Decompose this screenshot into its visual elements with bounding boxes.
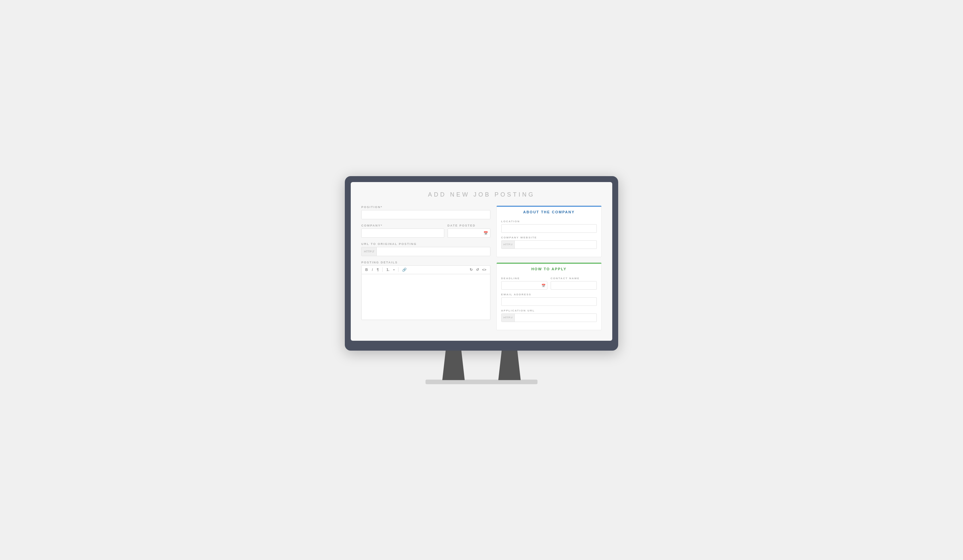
undo-button[interactable]: ↺ bbox=[475, 267, 480, 272]
editor-body[interactable] bbox=[361, 274, 490, 320]
monitor: ADD NEW JOB POSTING POSITION* COMPANY* bbox=[345, 176, 618, 351]
contact-name-input[interactable] bbox=[551, 281, 597, 290]
contact-name-field: CONTACT NAME bbox=[551, 277, 597, 290]
how-to-apply-title: HOW TO APPLY bbox=[501, 267, 597, 271]
url-label: URL TO ORIGINAL POSTING bbox=[361, 242, 490, 246]
email-label: EMAIL ADDRESS bbox=[501, 293, 597, 296]
ol-button[interactable]: 1. bbox=[385, 267, 390, 272]
url-field-group: URL TO ORIGINAL POSTING HTTP:// bbox=[361, 242, 490, 256]
form-layout: POSITION* COMPANY* DATE POSTED bbox=[361, 206, 602, 330]
toolbar-separator-2 bbox=[398, 267, 399, 272]
deadline-input[interactable] bbox=[501, 281, 547, 290]
company-website-input[interactable] bbox=[515, 241, 597, 249]
about-company-title: ABOUT THE COMPANY bbox=[501, 210, 597, 214]
company-date-row: COMPANY* DATE POSTED 📅 bbox=[361, 224, 490, 242]
url-wrap: HTTP:// bbox=[361, 247, 490, 256]
how-to-apply-header: HOW TO APPLY bbox=[497, 263, 601, 274]
ul-button[interactable]: • bbox=[392, 267, 396, 272]
deadline-field: DEADLINE 📅 bbox=[501, 277, 547, 290]
url-input[interactable] bbox=[377, 247, 490, 256]
date-posted-label: DATE POSTED bbox=[447, 224, 490, 227]
monitor-base bbox=[425, 380, 538, 384]
email-input[interactable] bbox=[501, 297, 597, 306]
company-field-group: COMPANY* bbox=[361, 224, 444, 238]
position-input[interactable] bbox=[361, 210, 490, 219]
posting-details-group: POSTING DETAILS B I ¶ 1. • 🔗 bbox=[361, 261, 490, 320]
page-title: ADD NEW JOB POSTING bbox=[361, 191, 602, 198]
about-company-header: ABOUT THE COMPANY bbox=[497, 206, 601, 217]
editor-toolbar: B I ¶ 1. • 🔗 ↻ ↺ bbox=[361, 265, 490, 274]
date-posted-wrap: 📅 bbox=[447, 228, 490, 238]
about-company-card: ABOUT THE COMPANY LOCATION COMPANY WEBSI… bbox=[496, 206, 602, 257]
how-to-apply-body: DEADLINE 📅 CONTACT NAME bbox=[497, 274, 601, 330]
application-url-label: APPLICATION URL bbox=[501, 309, 597, 312]
link-button[interactable]: 🔗 bbox=[401, 267, 408, 272]
form-right: ABOUT THE COMPANY LOCATION COMPANY WEBSI… bbox=[496, 206, 602, 330]
form-left: POSITION* COMPANY* DATE POSTED bbox=[361, 206, 490, 330]
about-company-body: LOCATION COMPANY WEBSITE HTTP:// bbox=[497, 217, 601, 257]
scene: ADD NEW JOB POSTING POSITION* COMPANY* bbox=[340, 176, 623, 384]
application-url-input[interactable] bbox=[515, 314, 597, 322]
page-content: ADD NEW JOB POSTING POSITION* COMPANY* bbox=[351, 182, 612, 341]
monitor-stand bbox=[340, 351, 623, 380]
redo-button[interactable]: ↻ bbox=[469, 267, 473, 272]
monitor-neck bbox=[425, 351, 538, 380]
how-to-apply-card: HOW TO APPLY DEADLINE 📅 bbox=[496, 262, 602, 330]
monitor-screen: ADD NEW JOB POSTING POSITION* COMPANY* bbox=[351, 182, 612, 341]
deadline-cal-icon: 📅 bbox=[541, 283, 545, 287]
bold-button[interactable]: B bbox=[364, 267, 369, 272]
company-website-wrap: HTTP:// bbox=[501, 240, 597, 249]
italic-button[interactable]: I bbox=[371, 267, 374, 272]
paragraph-button[interactable]: ¶ bbox=[376, 267, 380, 272]
date-posted-field-group: DATE POSTED 📅 bbox=[447, 224, 490, 238]
neck-right bbox=[498, 351, 521, 380]
posting-details-label: POSTING DETAILS bbox=[361, 261, 490, 264]
company-input[interactable] bbox=[361, 228, 444, 238]
company-website-prefix: HTTP:// bbox=[502, 241, 515, 249]
deadline-wrap: 📅 bbox=[501, 281, 547, 290]
toolbar-right: ↻ ↺ <> bbox=[469, 267, 488, 272]
contact-name-label: CONTACT NAME bbox=[551, 277, 597, 280]
deadline-label: DEADLINE bbox=[501, 277, 547, 280]
company-label: COMPANY* bbox=[361, 224, 444, 227]
company-website-label: COMPANY WEBSITE bbox=[501, 236, 597, 239]
location-label: LOCATION bbox=[501, 220, 597, 223]
neck-left bbox=[442, 351, 465, 380]
code-button[interactable]: <> bbox=[481, 267, 488, 272]
date-posted-input[interactable] bbox=[447, 228, 490, 238]
application-url-wrap: HTTP:// bbox=[501, 313, 597, 322]
application-url-prefix: HTTP:// bbox=[502, 314, 515, 322]
url-prefix: HTTP:// bbox=[362, 247, 377, 256]
position-field-group: POSITION* bbox=[361, 206, 490, 219]
position-label: POSITION* bbox=[361, 206, 490, 209]
deadline-contact-row: DEADLINE 📅 CONTACT NAME bbox=[501, 277, 597, 290]
location-input[interactable] bbox=[501, 224, 597, 233]
